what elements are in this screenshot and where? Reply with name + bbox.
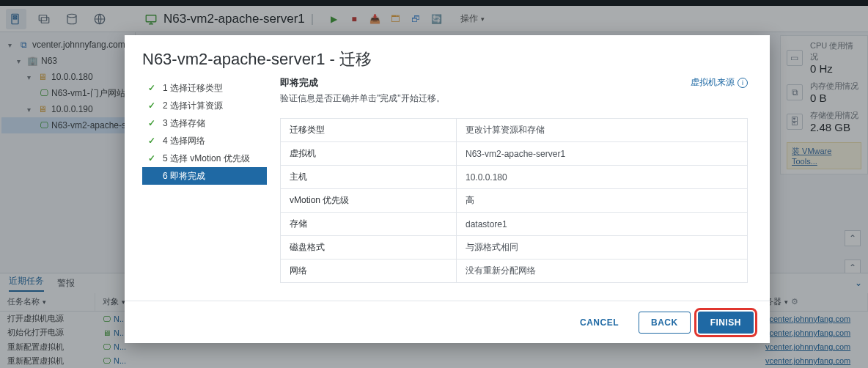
info-icon: i (738, 78, 748, 88)
back-button[interactable]: BACK (639, 312, 691, 334)
wizard-step-2[interactable]: 2 选择计算资源 (142, 97, 267, 114)
summary-row: 磁盘格式与源格式相同 (281, 236, 748, 260)
summary-row: 虚拟机N63-vm2-apache-server1 (281, 142, 748, 166)
wizard-step-6[interactable]: 6 即将完成 (142, 167, 267, 185)
pane-title: 即将完成 (280, 76, 445, 89)
summary-row: 主机10.0.0.180 (281, 166, 748, 189)
summary-table: 迁移类型更改计算资源和存储 虚拟机N63-vm2-apache-server1 … (280, 118, 748, 283)
wizard-step-1[interactable]: 1 选择迁移类型 (142, 79, 267, 97)
migrate-wizard-dialog: N63-vm2-apache-server1 - 迁移 1 选择迁移类型 2 选… (125, 35, 770, 343)
wizard-step-5[interactable]: 5 选择 vMotion 优先级 (142, 150, 267, 167)
vm-source-link[interactable]: 虚拟机来源 i (691, 76, 748, 89)
wizard-steps: 1 选择迁移类型 2 选择计算资源 3 选择存储 4 选择网络 5 选择 vMo… (142, 76, 267, 301)
summary-row: 存储datastore1 (281, 213, 748, 236)
wizard-step-4[interactable]: 4 选择网络 (142, 132, 267, 150)
wizard-step-3[interactable]: 3 选择存储 (142, 114, 267, 132)
summary-row: 网络没有重新分配网络 (281, 260, 748, 283)
cancel-button[interactable]: CANCEL (567, 312, 631, 334)
dialog-title: N63-vm2-apache-server1 - 迁移 (125, 35, 770, 76)
summary-row: 迁移类型更改计算资源和存储 (281, 119, 748, 142)
summary-row: vMotion 优先级高 (281, 189, 748, 213)
finish-button[interactable]: FINISH (698, 312, 754, 334)
pane-description: 验证信息是否正确并单击"完成"开始迁移。 (280, 92, 445, 105)
